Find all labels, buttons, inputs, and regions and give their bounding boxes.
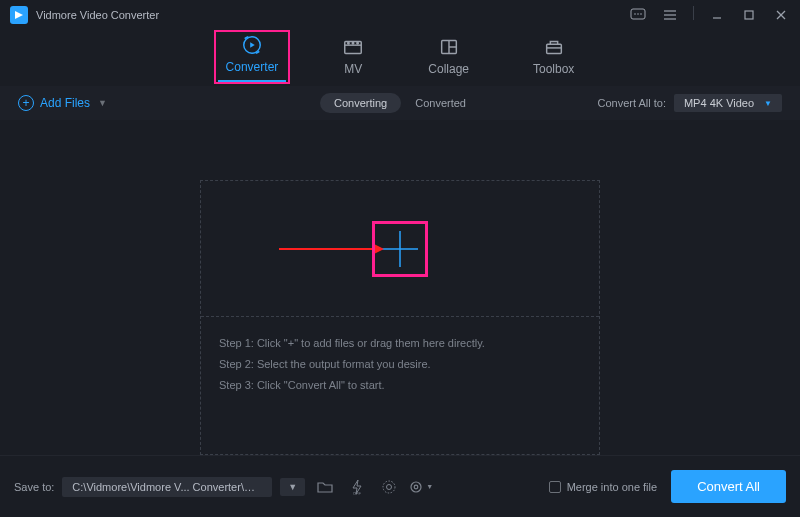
tab-mv[interactable]: MV — [334, 34, 372, 82]
svg-point-30 — [415, 485, 419, 489]
convert-all-button[interactable]: Convert All — [671, 470, 786, 503]
svg-point-14 — [348, 43, 349, 44]
divider — [693, 6, 694, 20]
tab-label: Toolbox — [533, 62, 574, 76]
subtab-converting[interactable]: Converting — [320, 93, 401, 113]
plus-circle-icon: + — [18, 95, 34, 111]
svg-point-2 — [637, 13, 639, 15]
title-bar: Vidmore Video Converter — [0, 0, 800, 30]
close-icon[interactable] — [772, 6, 790, 24]
chevron-down-icon[interactable]: ▼ — [98, 98, 107, 108]
path-dropdown-button[interactable]: ▼ — [280, 478, 305, 496]
main-tabs: Converter MV Collage Toolbox — [0, 30, 800, 86]
tab-label: Collage — [428, 62, 469, 76]
drop-zone[interactable]: Step 1: Click "+" to add files or drag t… — [200, 180, 600, 455]
tab-label: MV — [344, 62, 362, 76]
tab-label: Converter — [226, 60, 279, 74]
step-text: Step 2: Select the output format you des… — [219, 354, 581, 375]
annotation-arrow — [279, 242, 384, 256]
minimize-icon[interactable] — [708, 6, 726, 24]
add-files-label: Add Files — [40, 96, 90, 110]
svg-point-28 — [387, 484, 392, 489]
app-logo — [10, 6, 28, 24]
svg-text:OFF: OFF — [353, 491, 362, 495]
status-tabs: Converting Converted — [320, 93, 480, 113]
format-value: MP4 4K Video — [684, 97, 754, 109]
step-text: Step 3: Click "Convert All" to start. — [219, 375, 581, 396]
merge-checkbox[interactable]: Merge into one file — [549, 481, 658, 493]
add-files-button[interactable]: + Add Files ▼ — [18, 95, 107, 111]
tab-collage[interactable]: Collage — [420, 34, 477, 82]
instructions: Step 1: Click "+" to add files or drag t… — [201, 317, 599, 416]
hardware-accel-icon[interactable]: OFF — [345, 475, 369, 499]
tab-converter[interactable]: Converter — [218, 32, 287, 82]
convert-all-to-label: Convert All to: — [597, 97, 665, 109]
tab-toolbox[interactable]: Toolbox — [525, 34, 582, 82]
drop-zone-top — [201, 181, 599, 316]
app-title: Vidmore Video Converter — [36, 9, 159, 21]
svg-point-1 — [634, 13, 636, 15]
svg-marker-23 — [374, 244, 384, 254]
svg-point-27 — [383, 481, 395, 493]
menu-icon[interactable] — [661, 6, 679, 24]
open-folder-icon[interactable] — [313, 475, 337, 499]
svg-point-16 — [357, 43, 358, 44]
save-to-label: Save to: — [14, 481, 54, 493]
high-speed-icon[interactable] — [377, 475, 401, 499]
merge-label: Merge into one file — [567, 481, 658, 493]
svg-rect-8 — [745, 11, 753, 19]
checkbox-icon — [549, 481, 561, 493]
feedback-icon[interactable] — [629, 6, 647, 24]
maximize-icon[interactable] — [740, 6, 758, 24]
svg-point-3 — [640, 13, 642, 15]
output-path-field[interactable]: C:\Vidmore\Vidmore V... Converter\Conver… — [62, 477, 272, 497]
bottom-bar: Save to: C:\Vidmore\Vidmore V... Convert… — [0, 455, 800, 517]
svg-point-15 — [353, 43, 354, 44]
svg-rect-20 — [546, 44, 561, 53]
subtab-converted[interactable]: Converted — [401, 93, 480, 113]
main-area: Step 1: Click "+" to add files or drag t… — [0, 120, 800, 455]
svg-point-29 — [411, 482, 421, 492]
step-text: Step 1: Click "+" to add files or drag t… — [219, 333, 581, 354]
output-format-select[interactable]: MP4 4K Video ▼ — [674, 94, 782, 112]
settings-icon[interactable]: ▼ — [409, 475, 433, 499]
toolbar: + Add Files ▼ Converting Converted Conve… — [0, 86, 800, 120]
chevron-down-icon: ▼ — [764, 99, 772, 108]
